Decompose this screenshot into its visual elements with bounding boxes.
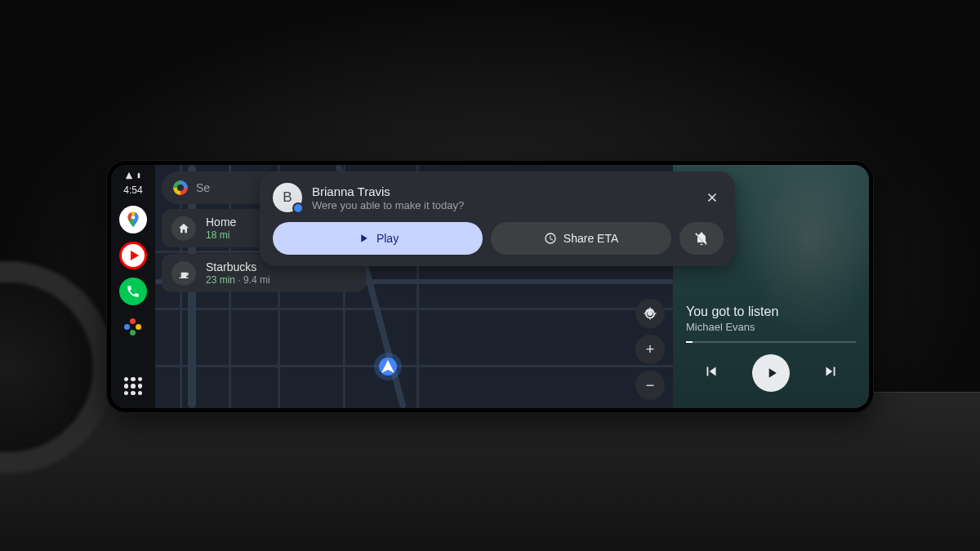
suggestion-subtitle: 23 min · 9.4 mi bbox=[206, 274, 356, 286]
clock: 4:54 bbox=[123, 184, 142, 196]
car-dashboard bbox=[0, 392, 980, 551]
skip-previous-icon bbox=[702, 362, 720, 380]
search-placeholder: Se bbox=[196, 181, 210, 194]
bell-off-icon bbox=[693, 230, 710, 247]
messages-badge-icon bbox=[292, 202, 304, 214]
signal-icon bbox=[125, 171, 133, 180]
nav-rail: 4:54 bbox=[111, 165, 155, 408]
map-controls: + − bbox=[635, 299, 665, 400]
status-bar bbox=[125, 171, 142, 180]
previous-track-button[interactable] bbox=[702, 362, 720, 384]
share-eta-button[interactable]: Share ETA bbox=[491, 222, 671, 255]
playback-progress[interactable] bbox=[686, 341, 856, 343]
dismiss-notification-button[interactable] bbox=[701, 186, 724, 209]
svg-point-0 bbox=[131, 216, 136, 220]
app-icon-phone[interactable] bbox=[119, 278, 147, 305]
share-eta-label: Share ETA bbox=[564, 232, 618, 245]
play-button-label: Play bbox=[376, 232, 399, 245]
play-triangle-icon bbox=[131, 251, 139, 260]
track-artist: Michael Evans bbox=[686, 321, 856, 333]
app-icon-youtube-music[interactable] bbox=[119, 242, 147, 269]
skip-next-icon bbox=[822, 362, 840, 380]
message-preview: Were you able to make it today? bbox=[312, 199, 691, 211]
maps-pin-icon bbox=[124, 211, 142, 229]
sender-name: Brianna Travis bbox=[312, 184, 691, 198]
play-pause-button[interactable] bbox=[752, 354, 790, 392]
avatar-initial: B bbox=[283, 189, 292, 206]
clock-icon bbox=[544, 232, 557, 245]
next-track-button[interactable] bbox=[822, 362, 840, 384]
sender-avatar: B bbox=[273, 183, 302, 212]
map-panel[interactable]: Se Home 18 mi bbox=[155, 165, 673, 408]
home-icon bbox=[172, 216, 196, 241]
play-message-button[interactable]: Play bbox=[273, 222, 483, 255]
recenter-button[interactable] bbox=[635, 299, 665, 328]
vehicle-interior: 4:54 bbox=[0, 0, 980, 551]
message-notification: B Brianna Travis Were you able to make i… bbox=[260, 171, 735, 266]
play-icon bbox=[357, 232, 370, 245]
close-icon bbox=[705, 190, 719, 205]
zoom-out-button[interactable]: − bbox=[635, 371, 665, 400]
app-icon-assistant[interactable] bbox=[119, 313, 147, 341]
zoom-in-button[interactable]: + bbox=[635, 335, 665, 364]
infotainment-display: 4:54 bbox=[106, 160, 874, 413]
maps-pin-icon bbox=[173, 180, 188, 195]
android-auto-screen: 4:54 bbox=[111, 165, 869, 408]
app-icon-maps[interactable] bbox=[119, 206, 147, 233]
battery-icon bbox=[136, 171, 142, 180]
assistant-logo-icon bbox=[124, 318, 142, 336]
coffee-icon bbox=[172, 261, 196, 286]
play-icon bbox=[764, 365, 780, 381]
phone-icon bbox=[126, 284, 140, 299]
vehicle-marker bbox=[374, 353, 402, 380]
mute-notification-button[interactable] bbox=[679, 222, 724, 255]
track-title: You got to listen bbox=[686, 304, 856, 319]
app-launcher-button[interactable] bbox=[119, 372, 147, 400]
